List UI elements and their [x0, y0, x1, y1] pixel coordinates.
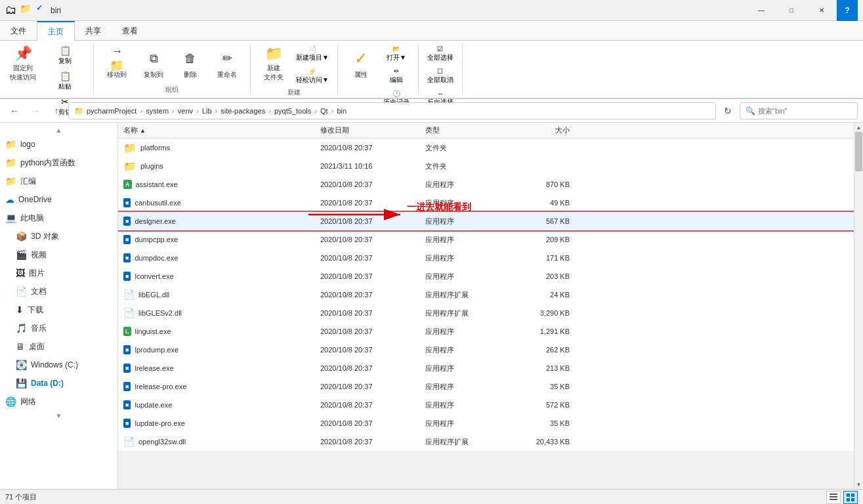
file-row-libegl[interactable]: 📄 libEGL.dll 2020/10/8 20:37 应用程序扩展 24 K… [118, 285, 854, 304]
filename-lprodump: lprodump.exe [135, 346, 179, 354]
filename-lrelease: lrelease.exe [135, 364, 173, 372]
pin-button[interactable]: 📌 固定到快速访问 [5, 43, 41, 84]
sidebar-item-network[interactable]: 🌐 网络 [0, 392, 117, 411]
edit-button[interactable]: ✏ 编辑 [380, 66, 413, 87]
col-header-name[interactable]: 名称 ▲ [123, 125, 320, 135]
paste-button[interactable]: 📋 粘贴 [42, 69, 88, 93]
col-header-size[interactable]: 大小 [504, 125, 570, 135]
refresh-button[interactable]: ↻ [719, 102, 737, 120]
sidebar-item-assembly[interactable]: 📁 汇编 [0, 172, 117, 190]
tab-view[interactable]: 查看 [112, 21, 148, 41]
sidebar-item-thispc[interactable]: 💻 此电脑 [0, 209, 117, 227]
drive-d-icon: 💾 [16, 378, 27, 388]
sidebar-label-drive-c: Windows (C:) [31, 360, 78, 369]
exe-icon-lrelease: ■ [123, 364, 131, 373]
svg-rect-2 [830, 494, 837, 495]
copy-to-button[interactable]: ⧉ 复制到 [136, 43, 171, 84]
file-row-lrelease-pro[interactable]: ■ lrelease-pro.exe 2020/10/8 20:37 应用程序 … [118, 377, 854, 396]
search-input[interactable] [758, 107, 852, 115]
file-row-linguist[interactable]: L linguist.exe 2020/10/8 20:37 应用程序 1,29… [118, 322, 854, 341]
file-row-dumpcpp[interactable]: ■ dumpcpp.exe 2020/10/8 20:37 应用程序 209 K… [118, 230, 854, 249]
type-lupdate-pro: 应用程序 [425, 419, 504, 429]
sidebar-item-3d[interactable]: 📦 3D 对象 [0, 227, 117, 245]
file-row-canbusutil[interactable]: ■ canbusutil.exe 2020/10/8 20:37 应用程序 49… [118, 194, 854, 212]
date-lconvert: 2020/10/8 20:37 [320, 272, 425, 280]
move-to-button[interactable]: →📁 移动到 [99, 43, 135, 84]
rename-button[interactable]: ✏ 重命名 [209, 43, 245, 84]
file-row-plugins[interactable]: 📁 plugins 2021/3/11 10:16 文件夹 [118, 157, 854, 175]
file-row-dumpdoc[interactable]: ■ dumpdoc.exe 2020/10/8 20:37 应用程序 171 K… [118, 249, 854, 267]
sidebar-item-drive-c[interactable]: 💽 Windows (C:) [0, 356, 117, 374]
col-header-date[interactable]: 修改日期 [320, 125, 425, 135]
tab-home[interactable]: 主页 [37, 21, 75, 41]
date-libgles: 2020/10/8 20:37 [320, 309, 425, 317]
minimize-button[interactable]: — [746, 0, 776, 21]
file-row-lrelease[interactable]: ■ lrelease.exe 2020/10/8 20:37 应用程序 213 … [118, 359, 854, 377]
type-platforms: 文件夹 [425, 143, 504, 153]
type-assistant: 应用程序 [425, 180, 504, 190]
organize-label: 组织 [165, 85, 179, 96]
file-row-lupdate-pro[interactable]: ■ lupdate-pro.exe 2020/10/8 20:37 应用程序 3… [118, 414, 854, 432]
open-button[interactable]: 📂 打开▼ [380, 43, 413, 64]
tab-file[interactable]: 文件 [0, 21, 37, 41]
new-folder-button[interactable]: 📁 新建文件夹 [256, 43, 291, 84]
file-row-lconvert[interactable]: ■ lconvert.exe 2020/10/8 20:37 应用程序 203 … [118, 267, 854, 285]
type-lconvert: 应用程序 [425, 272, 504, 282]
sidebar-item-onedrive[interactable]: ☁ OneDrive [0, 190, 117, 209]
sidebar-item-video[interactable]: 🎬 视频 [0, 245, 117, 264]
tab-share[interactable]: 共享 [75, 21, 112, 41]
forward-button[interactable]: → [26, 102, 45, 120]
properties-button[interactable]: ✓ 属性 [343, 43, 379, 84]
close-button[interactable]: ✕ [807, 0, 837, 21]
sidebar-item-docs[interactable]: 📄 文档 [0, 282, 117, 301]
select-all-button[interactable]: ☑ 全部选择 [424, 43, 457, 64]
dll-icon-libgles: 📄 [123, 308, 135, 318]
history-icon: 🕐 [392, 90, 400, 97]
svg-rect-7 [847, 498, 850, 501]
sidebar-item-pictures[interactable]: 🖼 图片 [0, 264, 117, 282]
file-row-assistant[interactable]: A assistant.exe 2020/10/8 20:37 应用程序 870… [118, 175, 854, 194]
sidebar-item-music[interactable]: 🎵 音乐 [0, 319, 117, 337]
file-row-designer[interactable]: ■ designer.exe 2020/10/8 20:37 应用程序 567 … [118, 212, 854, 230]
easy-access-button[interactable]: ⚡ 轻松访问▼ [293, 66, 332, 87]
sidebar-item-downloads[interactable]: ⬇ 下载 [0, 301, 117, 319]
details-view-btn[interactable] [826, 491, 841, 504]
drive-c-icon: 💽 [16, 360, 27, 370]
folder-icon: 📁 [5, 139, 16, 150]
date-lupdate-pro: 2020/10/8 20:37 [320, 419, 425, 427]
scroll-up-btn[interactable]: ▲ [854, 123, 863, 132]
list-view-btn[interactable] [843, 491, 858, 504]
new-item-button[interactable]: 📄 新建项目▼ [293, 43, 332, 64]
date-opengl32sw: 2020/10/8 20:37 [320, 438, 425, 446]
file-row-opengl32sw[interactable]: 📄 opengl32sw.dll 2020/10/8 20:37 应用程序扩展 … [118, 432, 854, 451]
select-all-icon: ☑ [437, 45, 443, 52]
scroll-down-indicator: ▼ [0, 411, 117, 421]
sidebar-item-python[interactable]: 📁 python内置函数 [0, 154, 117, 172]
maximize-button[interactable]: □ [776, 0, 807, 21]
filename-plugins: plugins [140, 162, 163, 170]
sidebar-item-logo[interactable]: 📁 logo [0, 135, 117, 154]
type-lrelease-pro: 应用程序 [425, 382, 504, 392]
cube-icon: 📦 [16, 231, 27, 242]
help-button[interactable]: ? [837, 0, 858, 21]
up-button[interactable]: ↑ [47, 102, 66, 120]
file-row-platforms[interactable]: 📁 platforms 2020/10/8 20:37 文件夹 [118, 138, 854, 157]
file-row-lprodump[interactable]: ■ lprodump.exe 2020/10/8 20:37 应用程序 262 … [118, 341, 854, 359]
sidebar-item-drive-d[interactable]: 💾 Data (D:) [0, 374, 117, 392]
delete-button[interactable]: 🗑 删除 [173, 43, 208, 84]
file-row-lupdate[interactable]: ■ lupdate.exe 2020/10/8 20:37 应用程序 572 K… [118, 396, 854, 414]
address-path[interactable]: 📁 pycharmProject › system › venv › Lib ›… [68, 102, 716, 119]
file-row-libgles[interactable]: 📄 libGLESv2.dll 2020/10/8 20:37 应用程序扩展 3… [118, 304, 854, 322]
copy-button[interactable]: 📋 复制 [42, 43, 88, 68]
scroll-up-indicator: ▲ [0, 125, 117, 135]
scroll-down-btn[interactable]: ▼ [854, 480, 863, 489]
svg-rect-4 [830, 499, 837, 500]
back-button[interactable]: ← [5, 102, 24, 120]
col-header-type[interactable]: 类型 [425, 125, 504, 135]
size-lupdate: 572 KB [504, 401, 570, 409]
type-opengl32sw: 应用程序扩展 [425, 437, 504, 447]
easy-access-icon: ⚡ [308, 68, 316, 75]
scroll-thumb[interactable] [855, 132, 862, 171]
sidebar-item-desktop[interactable]: 🖥 桌面 [0, 337, 117, 356]
deselect-all-button[interactable]: ☐ 全部取消 [424, 66, 457, 87]
